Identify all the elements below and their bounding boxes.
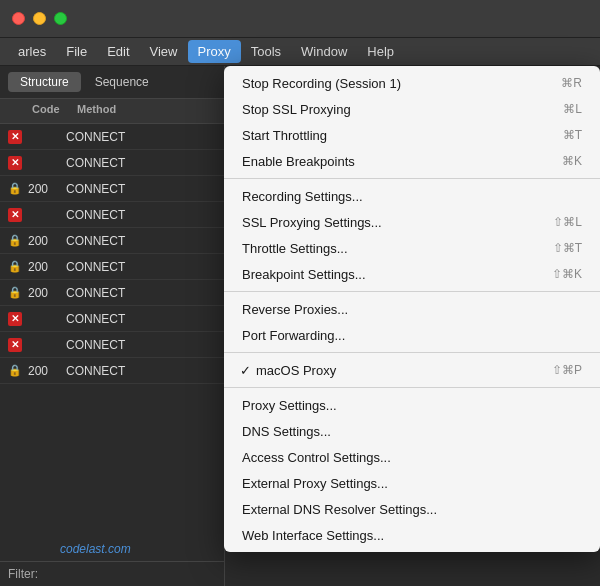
- menu-section-4: ✓ macOS Proxy ⇧⌘P: [224, 352, 600, 387]
- dns-settings-item[interactable]: DNS Settings...: [224, 418, 600, 444]
- stop-ssl-label: Stop SSL Proxying: [242, 102, 543, 117]
- tab-sequence[interactable]: Sequence: [83, 72, 161, 92]
- table-row[interactable]: ✕ CONNECT: [0, 332, 224, 358]
- row-code: 200: [28, 286, 66, 300]
- breakpoint-settings-shortcut: ⇧⌘K: [552, 267, 582, 281]
- row-icon-error: ✕: [6, 129, 24, 145]
- table-row[interactable]: ✕ CONNECT: [0, 150, 224, 176]
- table-row[interactable]: 🔒 200 CONNECT: [0, 228, 224, 254]
- throttle-settings-shortcut: ⇧⌘T: [553, 241, 582, 255]
- external-dns-label: External DNS Resolver Settings...: [242, 502, 582, 517]
- row-icon-error: ✕: [6, 311, 24, 327]
- stop-ssl-item[interactable]: Stop SSL Proxying ⌘L: [224, 96, 600, 122]
- filter-bar: Filter:: [0, 561, 224, 586]
- row-icon-lock: 🔒: [6, 285, 24, 301]
- proxy-dropdown-menu: Stop Recording (Session 1) ⌘R Stop SSL P…: [224, 66, 600, 552]
- ssl-proxying-settings-item[interactable]: SSL Proxying Settings... ⇧⌘L: [224, 209, 600, 235]
- row-method: CONNECT: [66, 338, 218, 352]
- macos-proxy-item[interactable]: ✓ macOS Proxy ⇧⌘P: [224, 357, 600, 383]
- stop-recording-shortcut: ⌘R: [561, 76, 582, 90]
- row-icon-lock: 🔒: [6, 233, 24, 249]
- table-row[interactable]: 🔒 200 CONNECT: [0, 280, 224, 306]
- start-throttling-shortcut: ⌘T: [563, 128, 582, 142]
- row-icon-error: ✕: [6, 155, 24, 171]
- row-code: 200: [28, 182, 66, 196]
- menu-tools[interactable]: Tools: [241, 40, 291, 63]
- web-interface-item[interactable]: Web Interface Settings...: [224, 522, 600, 548]
- row-method: CONNECT: [66, 182, 218, 196]
- external-proxy-label: External Proxy Settings...: [242, 476, 582, 491]
- close-button[interactable]: [12, 12, 25, 25]
- table-rows: ✕ CONNECT ✕ CONNECT 🔒 200 CONNECT ✕ CONN…: [0, 124, 224, 561]
- web-interface-label: Web Interface Settings...: [242, 528, 582, 543]
- menu-help[interactable]: Help: [357, 40, 404, 63]
- row-method: CONNECT: [66, 286, 218, 300]
- filter-label: Filter:: [8, 567, 38, 581]
- row-code: 200: [28, 234, 66, 248]
- row-method: CONNECT: [66, 130, 218, 144]
- dns-settings-label: DNS Settings...: [242, 424, 582, 439]
- row-method: CONNECT: [66, 364, 218, 378]
- access-control-label: Access Control Settings...: [242, 450, 582, 465]
- row-code: 200: [28, 260, 66, 274]
- traffic-lights: [12, 12, 67, 25]
- watermark: codelast.com: [60, 542, 131, 556]
- menu-section-2: Recording Settings... SSL Proxying Setti…: [224, 178, 600, 291]
- table-row[interactable]: ✕ CONNECT: [0, 202, 224, 228]
- table-row[interactable]: 🔒 200 CONNECT: [0, 176, 224, 202]
- breakpoint-settings-item[interactable]: Breakpoint Settings... ⇧⌘K: [224, 261, 600, 287]
- row-method: CONNECT: [66, 208, 218, 222]
- title-bar: [0, 0, 600, 38]
- col-header-code: Code: [32, 103, 77, 119]
- row-icon-lock: 🔒: [6, 259, 24, 275]
- table-row[interactable]: ✕ CONNECT: [0, 306, 224, 332]
- enable-breakpoints-item[interactable]: Enable Breakpoints ⌘K: [224, 148, 600, 174]
- enable-breakpoints-label: Enable Breakpoints: [242, 154, 542, 169]
- port-forwarding-label: Port Forwarding...: [242, 328, 582, 343]
- start-throttling-label: Start Throttling: [242, 128, 543, 143]
- row-method: CONNECT: [66, 234, 218, 248]
- recording-settings-item[interactable]: Recording Settings...: [224, 183, 600, 209]
- start-throttling-item[interactable]: Start Throttling ⌘T: [224, 122, 600, 148]
- port-forwarding-item[interactable]: Port Forwarding...: [224, 322, 600, 348]
- throttle-settings-label: Throttle Settings...: [242, 241, 533, 256]
- main-area: Structure Sequence Code Method ✕ CONNECT…: [0, 66, 600, 586]
- breakpoint-settings-label: Breakpoint Settings...: [242, 267, 532, 282]
- row-code: 200: [28, 364, 66, 378]
- recording-settings-label: Recording Settings...: [242, 189, 582, 204]
- stop-recording-label: Stop Recording (Session 1): [242, 76, 541, 91]
- menu-section-1: Stop Recording (Session 1) ⌘R Stop SSL P…: [224, 66, 600, 178]
- proxy-settings-item[interactable]: Proxy Settings...: [224, 392, 600, 418]
- menu-section-5: Proxy Settings... DNS Settings... Access…: [224, 387, 600, 552]
- menu-proxy[interactable]: Proxy: [188, 40, 241, 63]
- menu-window[interactable]: Window: [291, 40, 357, 63]
- external-proxy-item[interactable]: External Proxy Settings...: [224, 470, 600, 496]
- row-method: CONNECT: [66, 312, 218, 326]
- tab-structure[interactable]: Structure: [8, 72, 81, 92]
- access-control-item[interactable]: Access Control Settings...: [224, 444, 600, 470]
- menu-section-3: Reverse Proxies... Port Forwarding...: [224, 291, 600, 352]
- minimize-button[interactable]: [33, 12, 46, 25]
- table-row[interactable]: 🔒 200 CONNECT: [0, 254, 224, 280]
- menu-edit[interactable]: Edit: [97, 40, 139, 63]
- stop-recording-item[interactable]: Stop Recording (Session 1) ⌘R: [224, 70, 600, 96]
- table-row[interactable]: 🔒 200 CONNECT: [0, 358, 224, 384]
- proxy-settings-label: Proxy Settings...: [242, 398, 582, 413]
- table-row[interactable]: ✕ CONNECT: [0, 124, 224, 150]
- ssl-proxying-shortcut: ⇧⌘L: [553, 215, 582, 229]
- reverse-proxies-item[interactable]: Reverse Proxies...: [224, 296, 600, 322]
- col-header-method: Method: [77, 103, 218, 119]
- row-method: CONNECT: [66, 260, 218, 274]
- menu-app[interactable]: arles: [8, 40, 56, 63]
- enable-breakpoints-shortcut: ⌘K: [562, 154, 582, 168]
- row-icon-error: ✕: [6, 337, 24, 353]
- left-panel: Structure Sequence Code Method ✕ CONNECT…: [0, 66, 225, 586]
- maximize-button[interactable]: [54, 12, 67, 25]
- throttle-settings-item[interactable]: Throttle Settings... ⇧⌘T: [224, 235, 600, 261]
- menu-file[interactable]: File: [56, 40, 97, 63]
- row-method: CONNECT: [66, 156, 218, 170]
- row-icon-lock: 🔒: [6, 181, 24, 197]
- tab-bar: Structure Sequence: [0, 66, 224, 99]
- external-dns-item[interactable]: External DNS Resolver Settings...: [224, 496, 600, 522]
- menu-view[interactable]: View: [140, 40, 188, 63]
